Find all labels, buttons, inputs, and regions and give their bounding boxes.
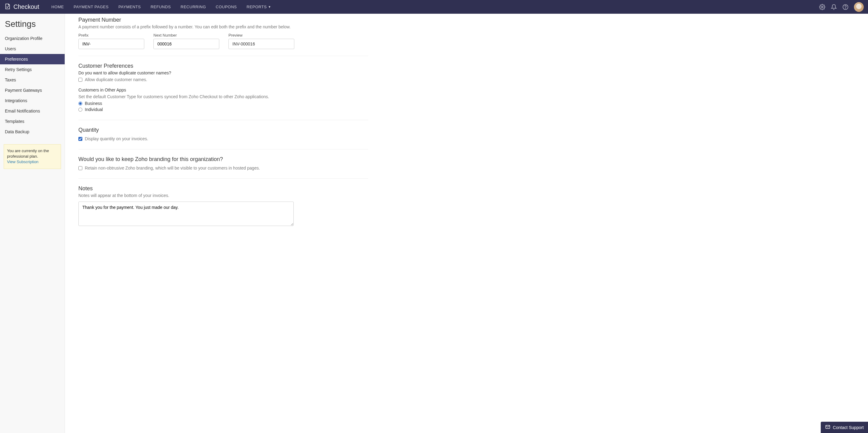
- plan-text: You are currently on the professional pl…: [7, 149, 49, 159]
- top-nav: Checkout HOME PAYMENT PAGES PAYMENTS REF…: [0, 0, 868, 14]
- sidebar-item-retry-settings[interactable]: Retry Settings: [0, 64, 65, 75]
- sidebar-item-integrations[interactable]: Integrations: [0, 95, 65, 106]
- main-content: Payment Number A payment number consists…: [65, 14, 868, 433]
- allow-duplicate-label: Allow duplicate customer names.: [85, 77, 147, 82]
- plan-banner: You are currently on the professional pl…: [4, 144, 61, 169]
- notes-heading: Notes: [79, 185, 368, 192]
- allow-duplicate-row[interactable]: Allow duplicate customer names.: [79, 77, 368, 82]
- help-icon[interactable]: [842, 4, 848, 10]
- notes-section: Notes Notes will appear at the bottom of…: [79, 178, 368, 234]
- radio-business[interactable]: [79, 101, 82, 105]
- sidebar-item-payment-gateways[interactable]: Payment Gateways: [0, 85, 65, 95]
- retain-branding-checkbox[interactable]: [79, 166, 82, 170]
- preview-label: Preview: [228, 33, 294, 37]
- other-apps-heading: Customers in Other Apps: [79, 88, 368, 92]
- other-apps-desc: Set the default Customer Type for custom…: [79, 94, 368, 99]
- sidebar-item-email-notifications[interactable]: Email Notifications: [0, 106, 65, 116]
- nav-coupons[interactable]: COUPONS: [211, 0, 242, 14]
- payment-number-heading: Payment Number: [79, 17, 368, 23]
- sidebar: Settings Organization Profile Users Pref…: [0, 14, 65, 433]
- contact-support-label: Contact Support: [833, 425, 864, 430]
- nav-right: [819, 2, 864, 12]
- allow-duplicate-checkbox[interactable]: [79, 78, 82, 82]
- svg-point-0: [822, 6, 823, 8]
- brand[interactable]: Checkout: [4, 3, 39, 11]
- nav-items: HOME PAYMENT PAGES PAYMENTS REFUNDS RECU…: [46, 0, 276, 14]
- sidebar-item-preferences[interactable]: Preferences: [0, 54, 65, 64]
- sidebar-items: Organization Profile Users Preferences R…: [0, 33, 65, 137]
- radio-individual-row[interactable]: Individual: [79, 107, 368, 112]
- notes-textarea[interactable]: [79, 202, 294, 226]
- nav-recurring[interactable]: RECURRING: [176, 0, 211, 14]
- chevron-down-icon: ▼: [268, 5, 271, 8]
- nav-refunds[interactable]: REFUNDS: [146, 0, 176, 14]
- retain-branding-row[interactable]: Retain non-obtrusive Zoho branding, whic…: [79, 165, 368, 171]
- sidebar-item-templates[interactable]: Templates: [0, 116, 65, 127]
- radio-individual-label: Individual: [85, 107, 103, 112]
- display-quantity-label: Display quantity on your invoices.: [85, 136, 148, 141]
- next-number-label: Next Number: [153, 33, 219, 37]
- brand-logo-icon: [4, 3, 11, 11]
- branding-heading: Would you like to keep Zoho branding for…: [79, 156, 368, 162]
- sidebar-item-taxes[interactable]: Taxes: [0, 75, 65, 85]
- display-quantity-row[interactable]: Display quantity on your invoices.: [79, 136, 368, 141]
- payment-number-section: Payment Number A payment number consists…: [79, 17, 368, 56]
- customer-prefs-heading: Customer Preferences: [79, 63, 368, 69]
- prefix-input[interactable]: [79, 39, 144, 49]
- branding-section: Would you like to keep Zoho branding for…: [79, 149, 368, 178]
- settings-icon[interactable]: [819, 4, 825, 10]
- quantity-heading: Quantity: [79, 127, 368, 133]
- radio-business-label: Business: [85, 101, 102, 106]
- mail-icon: [825, 424, 831, 431]
- avatar[interactable]: [854, 2, 864, 12]
- display-quantity-checkbox[interactable]: [79, 137, 82, 141]
- view-subscription-link[interactable]: View Subscription: [7, 159, 38, 164]
- payment-number-desc: A payment number consists of a prefix fo…: [79, 24, 368, 29]
- customer-preferences-section: Customer Preferences Do you want to allo…: [79, 56, 368, 120]
- sidebar-item-users[interactable]: Users: [0, 43, 65, 54]
- sidebar-title: Settings: [0, 19, 65, 33]
- nav-payments[interactable]: PAYMENTS: [114, 0, 146, 14]
- quantity-section: Quantity Display quantity on your invoic…: [79, 120, 368, 149]
- nav-home[interactable]: HOME: [46, 0, 69, 14]
- radio-business-row[interactable]: Business: [79, 101, 368, 106]
- notes-desc: Notes will appear at the bottom of your …: [79, 193, 368, 198]
- sidebar-item-data-backup[interactable]: Data Backup: [0, 127, 65, 137]
- nav-payment-pages[interactable]: PAYMENT PAGES: [69, 0, 114, 14]
- nav-reports[interactable]: REPORTS▼: [242, 0, 276, 14]
- radio-individual[interactable]: [79, 107, 82, 112]
- duplicate-names-question: Do you want to allow duplicate customer …: [79, 70, 368, 75]
- brand-name: Checkout: [13, 3, 39, 10]
- sidebar-item-organization-profile[interactable]: Organization Profile: [0, 33, 65, 43]
- preview-input: [228, 39, 294, 49]
- contact-support-button[interactable]: Contact Support: [821, 422, 868, 433]
- retain-branding-label: Retain non-obtrusive Zoho branding, whic…: [85, 165, 260, 171]
- prefix-label: Prefix: [79, 33, 144, 37]
- bell-icon[interactable]: [831, 4, 837, 10]
- next-number-input[interactable]: [153, 39, 219, 49]
